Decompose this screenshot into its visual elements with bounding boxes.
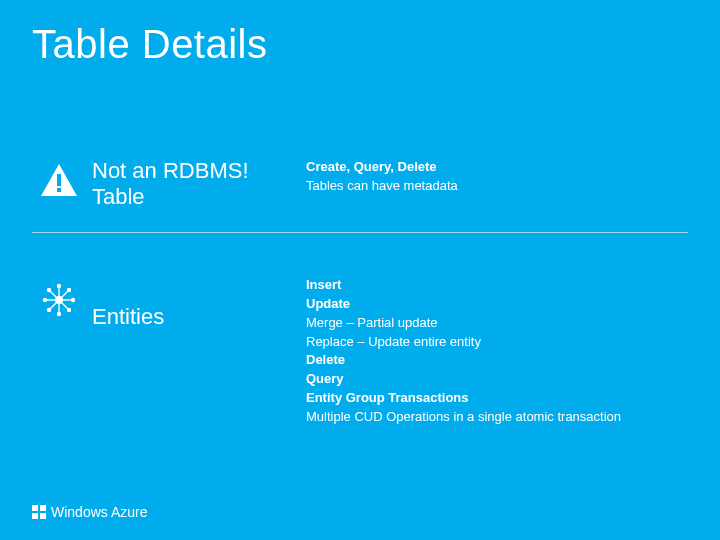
footer-brand-text: Windows Azure [51,504,147,520]
table-metadata-note: Tables can have metadata [306,177,688,196]
warning-icon [32,158,86,198]
svg-point-17 [43,298,47,302]
section-heading-line2: Table [92,184,286,210]
entities-cud-note: Multiple CUD Operations in a single atom… [306,408,688,427]
entities-update: Update [306,295,688,314]
entities-delete: Delete [306,351,688,370]
slide-title: Table Details [32,22,268,67]
section-table: Not an RDBMS! Table Create, Query, Delet… [32,158,688,211]
svg-point-15 [57,312,61,316]
network-icon [32,276,86,320]
svg-point-11 [57,284,61,288]
svg-rect-1 [57,188,61,192]
svg-rect-0 [57,174,61,186]
entities-merge-note: Merge – Partial update [306,314,688,333]
svg-point-18 [47,288,51,292]
svg-point-16 [47,308,51,312]
entities-insert: Insert [306,276,688,295]
entities-group-transactions: Entity Group Transactions [306,389,688,408]
section-heading-line1: Not an RDBMS! [92,158,286,184]
section-heading-entities: Entities [92,304,286,330]
divider [32,232,688,233]
svg-point-14 [67,308,71,312]
table-create-query-delete: Create, Query, Delete [306,158,688,177]
footer-brand: Windows Azure [32,504,147,520]
section-entities: Entities Insert Update Merge – Partial u… [32,276,688,427]
entities-replace-note: Replace – Update entire entity [306,333,688,352]
windows-logo-icon [32,505,46,519]
entities-query: Query [306,370,688,389]
svg-point-12 [67,288,71,292]
svg-point-13 [71,298,75,302]
